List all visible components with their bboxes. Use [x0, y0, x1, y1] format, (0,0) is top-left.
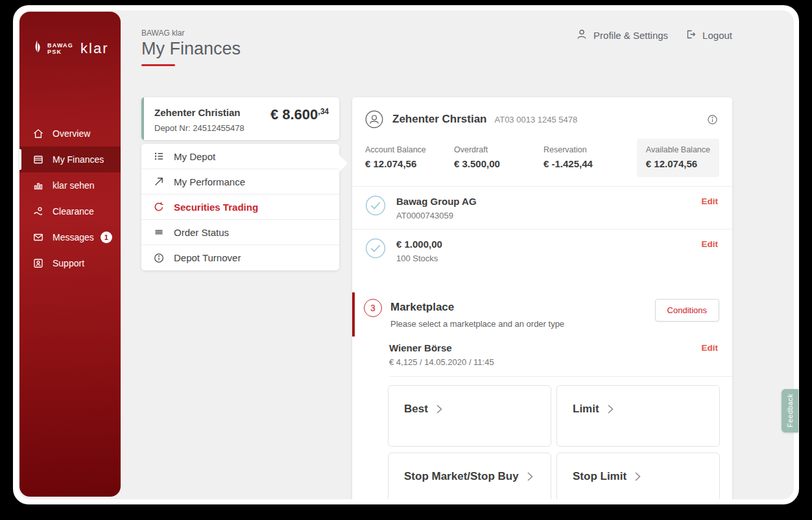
sidebar-item-label: Support: [53, 258, 84, 268]
edit-amount-link[interactable]: Edit: [702, 239, 719, 249]
sidebar-item-clearance[interactable]: Clearance: [19, 198, 121, 224]
account-iban: AT03 0013 1245 5478: [494, 115, 577, 124]
title-underline: [141, 64, 175, 66]
step-number-badge: 3: [364, 299, 382, 317]
sidebar-item-label: klar sehen: [53, 180, 95, 191]
envelope-icon: [32, 231, 44, 243]
breadcrumb: BAWAG klar: [141, 29, 184, 38]
check-icon: [365, 195, 386, 216]
balance-account: Account Balance € 12.074,56: [365, 139, 454, 169]
sidebar-item-label: Clearance: [53, 206, 94, 217]
step-row-amount: € 1.000,00 100 Stocks Edit: [352, 229, 732, 272]
step-title: Bawag Group AG: [396, 196, 477, 207]
divider: [389, 376, 732, 377]
finances-icon: [32, 154, 44, 165]
bar-chart-icon: [32, 180, 44, 191]
sidebar-item-support[interactable]: Support: [19, 250, 121, 276]
clearance-icon: [32, 206, 44, 217]
menu-item-securities-trading[interactable]: Securities Trading: [141, 195, 339, 220]
sidebar-item-label: Messages: [53, 232, 94, 242]
logo-line2: PSK: [47, 49, 73, 55]
logout-button[interactable]: Logout: [685, 29, 732, 42]
logout-label: Logout: [702, 30, 732, 41]
depot-owner-name: Zehenter Christian: [154, 107, 245, 118]
menu-item-my-performance[interactable]: My Performance: [141, 169, 339, 195]
chevron-right-icon: [527, 471, 534, 482]
active-step-bar: [352, 292, 355, 337]
page-title: My Finances: [141, 39, 241, 59]
conditions-button[interactable]: Conditions: [655, 299, 719, 322]
sidebar-item-my-finances[interactable]: My Finances: [19, 147, 121, 172]
marketplace-title: Marketplace: [390, 301, 564, 314]
depot-summary-card[interactable]: Zehenter Christian Depot Nr: 24512455478…: [141, 97, 339, 140]
depot-balance: € 8.600,34: [270, 106, 329, 134]
order-type-grid: Best Limit Stop Market/Stop Buy Stop Lim…: [388, 385, 732, 499]
step-title: € 1.000,00: [396, 239, 442, 250]
order-type-stop-limit[interactable]: Stop Limit: [556, 453, 720, 499]
app-window: BAWAG klar My Finances Profile & Setting…: [13, 5, 799, 504]
balance-reservation: Reservation € -1.425,44: [543, 139, 636, 169]
menu-pointer-arrow: [339, 154, 348, 172]
menu-item-label: My Depot: [174, 151, 215, 162]
balance-available: Available Balance € 12.074,56: [637, 139, 719, 177]
messages-badge: 1: [101, 231, 112, 243]
marketplace-details: € 4,125 / 14.05.2020 / 11:45: [389, 357, 494, 367]
sidebar-item-label: My Finances: [53, 154, 104, 165]
edit-marketplace-link[interactable]: Edit: [702, 343, 719, 353]
avatar-icon: [365, 110, 383, 128]
home-icon: [32, 128, 44, 139]
marketplace-name: Wiener Börse: [389, 342, 494, 353]
sidebar: BAWAG PSK klar Overview My Finances: [19, 12, 121, 497]
logout-icon: [685, 29, 697, 42]
check-icon: [365, 238, 386, 259]
menu-item-order-status[interactable]: Order Status: [141, 220, 339, 245]
step-subtitle: AT0000743059: [396, 211, 477, 220]
menu-item-label: Order Status: [174, 227, 229, 238]
chevron-right-icon: [634, 471, 641, 482]
logo-line1: BAWAG: [47, 42, 73, 49]
feedback-tab[interactable]: Feedback: [782, 389, 798, 432]
marketplace-section: 3 Marketplace Please select a marketplac…: [352, 292, 732, 334]
list-icon: [153, 150, 165, 162]
depot-menu-card: My Depot My Performance Securities Tradi…: [141, 144, 339, 270]
edit-security-link[interactable]: Edit: [702, 196, 719, 206]
info-icon[interactable]: [707, 114, 718, 125]
marketplace-subtitle: Please select a marketplace and an order…: [390, 319, 564, 329]
depot-balance-decimals: ,34: [318, 107, 329, 116]
sidebar-item-label: Overview: [53, 128, 90, 139]
menu-item-my-depot[interactable]: My Depot: [141, 144, 339, 169]
securities-trading-panel: Zehenter Chrstian AT03 0013 1245 5478 Ac…: [352, 97, 732, 499]
balance-overdraft: Overdraft € 3.500,00: [454, 139, 543, 169]
depot-number: Depot Nr: 24512455478: [154, 123, 245, 133]
menu-item-label: Depot Turnover: [174, 252, 241, 263]
sidebar-item-overview[interactable]: Overview: [19, 121, 121, 147]
order-type-stop-market[interactable]: Stop Market/Stop Buy: [388, 453, 551, 499]
bawag-flame-icon: [32, 39, 43, 58]
profile-settings-button[interactable]: Profile & Settings: [576, 29, 668, 42]
person-icon: [576, 29, 588, 42]
order-type-best[interactable]: Best: [388, 385, 551, 447]
balances-row: Account Balance € 12.074,56 Overdraft € …: [352, 128, 732, 186]
menu-item-depot-turnover[interactable]: Depot Turnover: [141, 245, 339, 270]
feedback-label: Feedback: [786, 394, 794, 427]
sidebar-nav: Overview My Finances klar sehen: [19, 121, 121, 276]
refresh-icon: [153, 201, 165, 213]
lines-icon: [153, 226, 165, 238]
marketplace-selection-row: Wiener Börse € 4,125 / 14.05.2020 / 11:4…: [352, 334, 732, 376]
sidebar-item-klar-sehen[interactable]: klar sehen: [19, 172, 121, 198]
chevron-right-icon: [607, 404, 614, 414]
profile-settings-label: Profile & Settings: [593, 30, 668, 41]
sidebar-item-messages[interactable]: Messages 1: [19, 224, 121, 250]
bawag-psk-klar-logo: BAWAG PSK klar: [32, 39, 121, 58]
menu-item-label: My Performance: [174, 176, 245, 187]
step-row-security: Bawag Group AG AT0000743059 Edit: [352, 186, 732, 229]
account-header: Zehenter Chrstian AT03 0013 1245 5478: [352, 97, 732, 128]
menu-item-label: Securities Trading: [174, 202, 258, 213]
step-subtitle: 100 Stocks: [396, 254, 442, 263]
info-icon: [153, 252, 165, 264]
chevron-right-icon: [436, 404, 443, 414]
account-holder-name: Zehenter Chrstian: [392, 113, 486, 126]
trend-arrow-icon: [153, 176, 165, 187]
order-type-limit[interactable]: Limit: [556, 385, 720, 447]
support-icon: [32, 257, 44, 269]
